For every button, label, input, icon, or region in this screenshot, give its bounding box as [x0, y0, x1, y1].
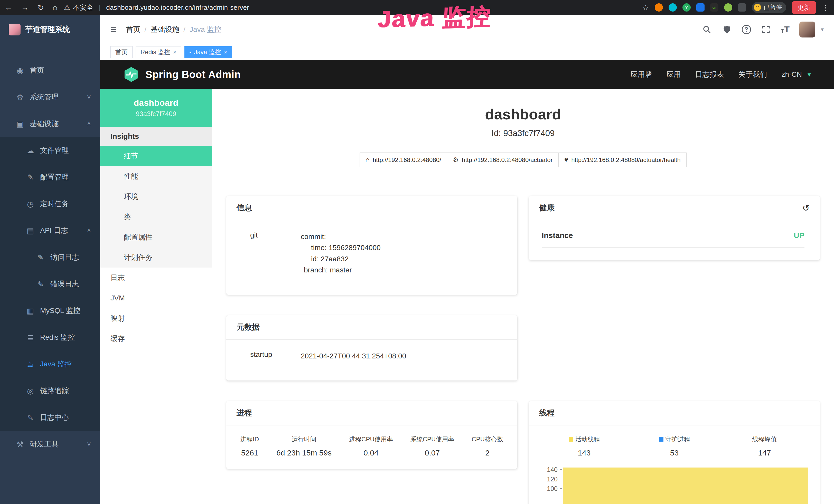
browser-menu-icon[interactable]: ⋮	[822, 3, 829, 12]
info-card-body: git commit: time: 1596289704000 id: 27aa…	[226, 220, 517, 295]
sidebar-item-file-mgmt[interactable]: ☁ 文件管理	[0, 137, 100, 164]
bookmark-star-icon[interactable]: ☆	[642, 3, 649, 12]
monitor-icon: ▣	[16, 119, 25, 129]
sba-language-select[interactable]: zh-CN	[782, 70, 802, 78]
extension-y-icon[interactable]: Y	[682, 3, 691, 12]
font-size-icon[interactable]: TT	[781, 24, 790, 35]
sba-item-jvm[interactable]: JVM	[100, 288, 212, 308]
sba-item-metrics[interactable]: 性能	[100, 166, 212, 186]
sba-item-classes[interactable]: 类	[100, 207, 212, 227]
extension-leaf-icon[interactable]	[724, 3, 732, 12]
sidebar-item-java-monitor[interactable]: ☕ Java 监控	[0, 351, 100, 377]
sba-item-mappings[interactable]: 映射	[100, 308, 212, 328]
app-main: ≡ 首页 / 基础设施 / Java 监控 ? T	[100, 15, 834, 504]
clock-icon: ◷	[26, 200, 35, 208]
sba-section-insights: Insights	[100, 127, 212, 146]
avatar-caret-icon[interactable]: ▾	[821, 26, 824, 33]
home-icon[interactable]: ⌂	[53, 3, 57, 12]
security-label: 不安全	[73, 3, 93, 12]
extension-grid-icon[interactable]	[696, 3, 705, 12]
extension-drop-icon[interactable]	[668, 3, 677, 12]
sidebar-item-config-mgmt[interactable]: ✎ 配置管理	[0, 164, 100, 190]
service-url-link[interactable]: ⌂ http://192.168.0.2:48080/	[359, 153, 447, 167]
threads-chart: 140 120 100	[539, 465, 810, 504]
forward-icon[interactable]: →	[21, 3, 29, 12]
paused-badge[interactable]: 已暂停	[752, 2, 786, 13]
sidebar-item-redis-monitor[interactable]: ≣ Redis 监控	[0, 324, 100, 351]
git-id-line: id: 27aa832	[301, 253, 506, 265]
back-icon[interactable]: ←	[5, 3, 12, 12]
sba-nav-applications[interactable]: 应用	[666, 70, 681, 79]
sidebar-item-trace[interactable]: ◎ 链路追踪	[0, 377, 100, 404]
sidebar-item-access-log[interactable]: ✎ 访问日志	[0, 244, 100, 271]
sidebar-item-log-center[interactable]: ✎ 日志中心	[0, 404, 100, 431]
help-icon[interactable]: ?	[742, 25, 751, 34]
github-icon[interactable]	[722, 24, 732, 35]
sba-item-environment[interactable]: 环境	[100, 186, 212, 207]
heart-icon: ♥	[564, 156, 568, 164]
sidebar-item-label: Redis 监控	[40, 333, 75, 342]
sidebar-item-scheduled-tasks[interactable]: ◷ 定时任务	[0, 190, 100, 217]
blue-swatch-icon	[659, 437, 663, 442]
sba-title: Spring Boot Admin	[146, 69, 241, 81]
app-logo-row[interactable]: 芋道管理系统	[0, 15, 100, 44]
sba-item-logging[interactable]: 日志	[100, 268, 212, 288]
sidebar-item-infrastructure[interactable]: ▣ 基础设施 ˄	[0, 110, 100, 137]
sidebar-item-home[interactable]: ◉ 首页	[0, 57, 100, 84]
tag-redis-monitor[interactable]: Redis 监控 ×	[136, 46, 181, 58]
sidebar-item-label: 文件管理	[40, 145, 69, 155]
sba-nav-journal[interactable]: 日志报表	[695, 70, 724, 79]
card-title: 元数据	[237, 322, 260, 333]
sba-body: dashboard 93a3fc7f7409 Insights 细节 性能 环境…	[100, 89, 834, 504]
health-instance-row[interactable]: Instance UP	[542, 231, 805, 248]
instance-header[interactable]: dashboard 93a3fc7f7409	[100, 89, 212, 127]
app-frame: 芋道管理系统 ◉ 首页 ⚙ 系统管理 ˅ ▣ 基础设施 ˄ ☁ 文件管理 ✎	[0, 15, 834, 504]
emoji-face-icon	[754, 4, 761, 11]
avatar[interactable]	[799, 22, 815, 38]
history-icon[interactable]: ↺	[803, 203, 810, 213]
health-url-link[interactable]: ♥ http://192.168.0.2:48080/actuator/heal…	[558, 153, 686, 167]
sidebar-item-dev-tools[interactable]: ⚒ 研发工具 ˅	[0, 431, 100, 458]
sidebar-item-label: 日志中心	[40, 413, 69, 422]
extension-on-icon[interactable]: on	[710, 3, 719, 12]
sidebar-item-error-log[interactable]: ✎ 错误日志	[0, 271, 100, 297]
fullscreen-icon[interactable]	[761, 24, 771, 35]
tag-java-monitor[interactable]: ● Java 监控 ×	[184, 46, 232, 58]
sba-item-scheduled-tasks[interactable]: 计划任务	[100, 247, 212, 268]
extension-puzzle-icon[interactable]	[738, 3, 746, 12]
doc-icon: ✎	[36, 280, 45, 289]
stat-label: 进程ID	[240, 435, 259, 443]
startup-value: 2021-04-27T00:44:31.254+08:00	[301, 350, 506, 362]
extension-fox-icon[interactable]	[655, 3, 663, 12]
warning-icon: ⚠	[64, 4, 70, 12]
url-text[interactable]: dashboard.yudao.iocoder.cn/infra/admin-s…	[106, 4, 249, 12]
breadcrumb-infrastructure[interactable]: 基础设施	[151, 25, 179, 35]
sidebar-item-system-mgmt[interactable]: ⚙ 系统管理 ˅	[0, 84, 100, 110]
tag-home[interactable]: 首页	[110, 46, 133, 58]
breadcrumb-home[interactable]: 首页	[126, 25, 140, 35]
sba-item-caches[interactable]: 缓存	[100, 328, 212, 349]
sba-nav-about[interactable]: 关于我们	[739, 70, 767, 79]
update-button[interactable]: 更新	[792, 1, 816, 14]
home-icon: ⌂	[366, 156, 370, 164]
reload-icon[interactable]: ↻	[38, 3, 44, 12]
sidebar-item-mysql-monitor[interactable]: ▦ MySQL 监控	[0, 297, 100, 324]
sba-brand[interactable]: Spring Boot Admin	[123, 67, 241, 83]
url-bar[interactable]: ⚠ 不安全 | dashboard.yudao.iocoder.cn/infra…	[64, 3, 249, 12]
stat-system-cpu: 系统CPU使用率 0.07	[411, 435, 454, 457]
breadcrumb-current: Java 监控	[190, 25, 221, 35]
sba-nav-wallboard[interactable]: 应用墙	[631, 70, 652, 79]
search-icon[interactable]	[702, 24, 712, 35]
close-icon[interactable]: ×	[224, 48, 227, 56]
sba-item-details[interactable]: 细节	[100, 146, 212, 166]
metadata-card: 元数据 startup 2021-04-27T00:44:31.254+08:0…	[226, 315, 517, 381]
legend-daemon-threads: 守护进程 53	[629, 435, 720, 457]
app-logo-image	[9, 24, 21, 36]
sba-item-config-props[interactable]: 配置属性	[100, 227, 212, 247]
legend-label: 活动线程	[575, 435, 600, 443]
close-icon[interactable]: ×	[173, 48, 176, 56]
actuator-url-link[interactable]: ⚙ http://192.168.0.2:48080/actuator	[447, 153, 559, 167]
stat-label: 运行时间	[277, 435, 332, 443]
sidebar-item-api-log[interactable]: ▤ API 日志 ˄	[0, 217, 100, 244]
hamburger-icon[interactable]: ≡	[110, 23, 117, 36]
